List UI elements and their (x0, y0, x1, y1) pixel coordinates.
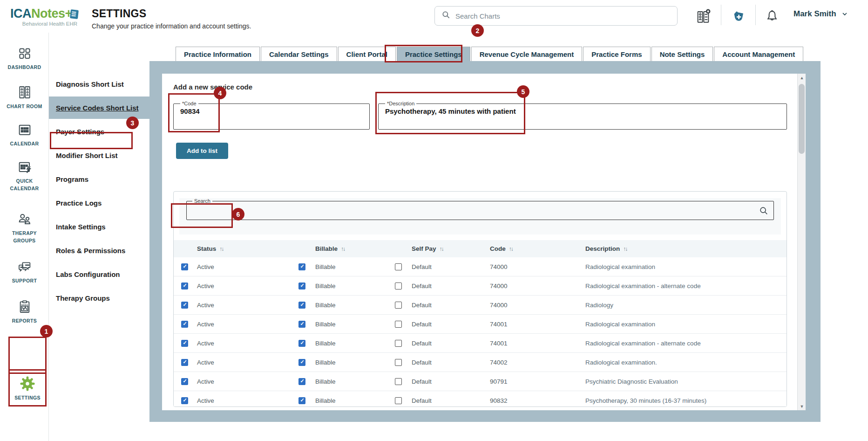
scrollbar-thumb[interactable] (799, 84, 805, 154)
billable-checkbox[interactable] (298, 263, 305, 270)
sort-icon[interactable]: ↑↓ (219, 246, 223, 252)
add-to-list-button[interactable]: Add to list (176, 143, 228, 159)
code-input[interactable] (179, 106, 364, 119)
sidebar-item-calendar[interactable]: CALENDAR (0, 122, 49, 148)
status-checkbox[interactable] (181, 263, 188, 270)
status-checkbox[interactable] (181, 283, 188, 289)
self-pay-checkbox[interactable] (395, 321, 402, 328)
new-chart-icon[interactable] (729, 7, 748, 26)
self-pay-cell: Default (412, 397, 490, 404)
column-header-self-pay[interactable]: Self Pay↑↓ (412, 245, 490, 252)
tab-calendar-settings[interactable]: Calendar Settings (261, 47, 337, 61)
subnav-item-therapy-groups[interactable]: Therapy Groups (49, 287, 149, 309)
subnav-item-practice-logs[interactable]: Practice Logs (49, 192, 149, 214)
sidebar-item-settings[interactable]: SETTINGS (8, 369, 47, 407)
logo-tagline: Behavioral Health EHR (10, 21, 89, 27)
column-header-billable[interactable]: Billable↑↓ (315, 245, 395, 252)
subnav-item-intake-settings[interactable]: Intake Settings (49, 215, 149, 238)
code-field-label: *Code (180, 101, 198, 106)
column-header-description[interactable]: Description↑↓ (585, 245, 787, 252)
status-cell: Active (197, 283, 298, 289)
billable-cell: Billable (315, 397, 395, 404)
description-cell: Radiological examination (585, 321, 787, 328)
annotation-badge-2: 2 (471, 24, 484, 37)
billable-checkbox[interactable] (298, 340, 305, 347)
status-checkbox[interactable] (181, 302, 188, 309)
self-pay-checkbox[interactable] (395, 340, 402, 347)
subnav-item-modifier-short-list[interactable]: Modifier Short List (49, 144, 149, 166)
billable-checkbox[interactable] (298, 378, 305, 385)
table-row: ActiveBillableDefault74001Radiological e… (174, 315, 787, 334)
self-pay-checkbox[interactable] (395, 397, 402, 404)
tab-revenue-cycle-management[interactable]: Revenue Cycle Management (471, 47, 583, 61)
sidebar-item-dashboard[interactable]: DASHBOARD (0, 47, 49, 71)
sort-icon[interactable]: ↑↓ (341, 246, 345, 252)
vertical-scrollbar[interactable]: ▲ ▼ (797, 74, 806, 410)
code-cell: 74000 (490, 263, 585, 270)
sort-icon[interactable]: ↑↓ (623, 246, 627, 252)
column-header-code[interactable]: Code↑↓ (490, 245, 585, 252)
column-header-status[interactable]: Status↑↓ (197, 245, 298, 252)
tab-practice-forms[interactable]: Practice Forms (583, 47, 650, 61)
status-checkbox[interactable] (181, 340, 188, 347)
status-checkbox[interactable] (181, 321, 188, 328)
column-header-label: Code (490, 245, 506, 252)
subnav-item-programs[interactable]: Programs (49, 168, 149, 190)
search-icon[interactable] (759, 206, 769, 218)
self-pay-checkbox[interactable] (395, 359, 402, 366)
description-input[interactable] (384, 106, 781, 119)
dashboard-icon (18, 47, 32, 61)
scroll-down-icon[interactable]: ▼ (798, 402, 806, 410)
app-logo[interactable]: ICANotes+ Behavioral Health EHR (10, 7, 89, 27)
self-pay-cell: Default (412, 359, 490, 366)
table-search-field[interactable]: Search (186, 198, 774, 220)
table-row: ActiveBillableDefault74001Radiological e… (174, 334, 787, 353)
sidebar-item-chart-room[interactable]: CHART ROOM (0, 85, 49, 110)
subnav-item-roles-permissions[interactable]: Roles & Permissions (49, 239, 149, 262)
tab-note-settings[interactable]: Note Settings (651, 47, 713, 61)
billable-checkbox[interactable] (298, 321, 305, 328)
status-checkbox[interactable] (181, 378, 188, 385)
annotation-badge-5: 5 (517, 85, 529, 98)
sort-icon[interactable]: ↑↓ (509, 246, 513, 252)
file-cabinet-plus-icon[interactable] (694, 7, 712, 26)
notifications-bell-icon[interactable] (763, 7, 781, 26)
table-search-input[interactable] (192, 204, 749, 212)
tab-practice-information[interactable]: Practice Information (176, 47, 260, 61)
subnav-item-diagnosis-short-list[interactable]: Diagnosis Short List (49, 73, 149, 95)
tab-client-portal[interactable]: Client Portal (338, 47, 396, 61)
code-field[interactable]: *Code (173, 101, 370, 130)
tab-account-management[interactable]: Account Management (714, 47, 803, 61)
scroll-up-icon[interactable]: ▲ (798, 74, 806, 82)
description-field[interactable]: *Description (378, 101, 787, 130)
chart-search-input[interactable] (455, 12, 671, 20)
description-cell: Radiological examination - alternate cod… (585, 283, 787, 289)
billable-checkbox[interactable] (298, 359, 305, 366)
billable-cell: Billable (315, 302, 395, 309)
status-checkbox[interactable] (181, 397, 188, 404)
sidebar-item-therapy-groups[interactable]: THERAPY GROUPS (0, 212, 49, 245)
self-pay-checkbox[interactable] (395, 378, 402, 385)
self-pay-checkbox[interactable] (395, 283, 402, 289)
sort-icon[interactable]: ↑↓ (440, 246, 443, 252)
self-pay-checkbox[interactable] (395, 263, 402, 270)
subnav-item-labs-configuration[interactable]: Labs Configuration (49, 263, 149, 285)
status-checkbox[interactable] (181, 359, 188, 366)
sidebar-item-quick-calendar[interactable]: QUICK CALENDAR (0, 159, 49, 193)
sidebar-item-support[interactable]: SUPPORT (0, 259, 49, 285)
billable-checkbox[interactable] (298, 397, 305, 404)
table-search-strip: Search (179, 198, 781, 234)
subnav-item-service-codes-short-list[interactable]: Service Codes Short List (49, 96, 149, 119)
chart-search-box[interactable] (434, 6, 678, 26)
billable-checkbox[interactable] (298, 302, 305, 309)
table-row: ActiveBillableDefault74000Radiological e… (174, 276, 787, 296)
tab-practice-settings[interactable]: Practice Settings (397, 47, 470, 61)
annotation-badge-1: 1 (40, 325, 53, 338)
self-pay-checkbox[interactable] (395, 302, 402, 309)
billable-cell: Billable (315, 263, 395, 270)
user-menu[interactable]: Mark Smith (793, 9, 848, 19)
billable-checkbox[interactable] (298, 283, 305, 289)
settings-tab-bar: Practice Information Calendar Settings C… (176, 47, 803, 61)
user-name: Mark Smith (793, 9, 836, 19)
sidebar-item-reports[interactable]: REPORTS (0, 299, 49, 325)
